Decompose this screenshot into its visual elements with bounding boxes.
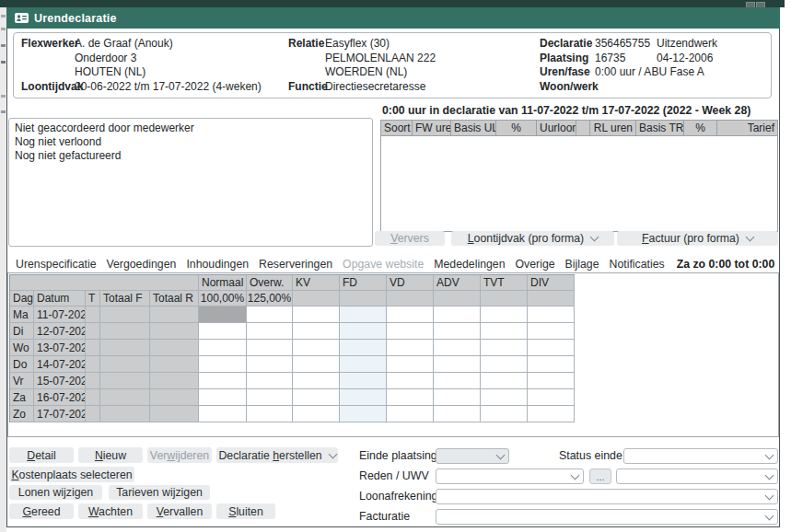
loonafrekening-select[interactable] (436, 489, 778, 504)
tab-inhoudingen[interactable]: Inhoudingen (186, 258, 249, 271)
hours-cell[interactable] (340, 306, 387, 323)
rates-table-body[interactable] (381, 136, 777, 231)
hours-cell[interactable] (434, 389, 481, 406)
hours-cell[interactable] (199, 323, 247, 340)
hours-cell[interactable] (199, 373, 247, 389)
hours-cell[interactable] (387, 340, 434, 356)
lonen-wijzigen-button[interactable]: Lonen wijzigen (9, 485, 102, 500)
hours-cell[interactable] (340, 389, 387, 406)
hours-cell[interactable] (247, 389, 293, 406)
hours-cell[interactable] (528, 323, 575, 340)
einde-plaatsing-select[interactable] (436, 448, 509, 464)
hours-cell[interactable] (528, 340, 575, 356)
tab-urenspecificatie[interactable]: Urenspecificatie (16, 258, 96, 271)
hours-cell[interactable] (387, 389, 434, 406)
declaratie-herstellen-button[interactable]: Declaratie herstellen (216, 447, 338, 463)
flexwerker-city: HOUTEN (NL) (75, 65, 145, 80)
hours-cell[interactable] (387, 373, 434, 389)
hours-cell[interactable] (247, 356, 293, 373)
hours-cell[interactable] (293, 406, 340, 422)
hours-cell[interactable] (199, 356, 247, 373)
hours-cell[interactable] (434, 323, 481, 340)
hours-cell[interactable] (247, 406, 293, 422)
nieuw-button[interactable]: Nieuw (78, 447, 143, 463)
hours-cell[interactable] (481, 306, 528, 323)
grid-header-fd: FD (340, 275, 387, 291)
hours-cell-selected[interactable] (199, 306, 247, 323)
grid-header-pct-125: 125,00% (247, 291, 293, 306)
grid-day: Zo (10, 406, 34, 422)
hours-cell[interactable] (199, 340, 247, 356)
hours-cell[interactable] (293, 356, 340, 373)
hours-cell[interactable] (340, 340, 387, 356)
hours-cell[interactable] (387, 356, 434, 373)
hours-cell[interactable] (387, 323, 434, 340)
chevron-down-icon (328, 449, 337, 458)
hours-cell[interactable] (247, 373, 293, 389)
grid-header-overw: Overw. (247, 275, 293, 291)
hours-cell[interactable] (481, 340, 528, 356)
flexwerker-label: Flexwerker (21, 37, 75, 52)
hours-cell[interactable] (481, 356, 528, 373)
hours-cell[interactable] (199, 389, 247, 406)
hours-cell[interactable] (247, 323, 293, 340)
factuur-pro-forma-button[interactable]: Factuur (pro forma) (617, 231, 778, 246)
hours-cell[interactable] (247, 306, 293, 323)
hours-cell[interactable] (247, 340, 293, 356)
hours-cell[interactable] (199, 406, 247, 422)
grid-header-normaal: Normaal (199, 275, 247, 291)
gereed-button[interactable]: Gereed (9, 503, 74, 519)
grid-day: Wo (10, 340, 34, 356)
hours-cell[interactable] (293, 323, 340, 340)
hours-cell[interactable] (434, 406, 481, 422)
col-fw-uren: FW uren (413, 121, 451, 135)
hours-cell[interactable] (293, 340, 340, 356)
hours-cell[interactable] (293, 373, 340, 389)
reden-select[interactable] (436, 468, 584, 484)
sluiten-button[interactable]: Sluiten (216, 503, 275, 519)
hours-cell[interactable] (528, 389, 575, 406)
tarieven-wijzigen-button[interactable]: Tarieven wijzigen (109, 485, 210, 500)
hours-cell[interactable] (528, 356, 575, 373)
weekend-hours-summary: Za zo 0:00 tot 0:00 (677, 258, 775, 271)
status-einde-select[interactable] (623, 448, 778, 464)
detail-button[interactable]: Detail (9, 447, 74, 463)
reden-more-button[interactable]: ... (589, 468, 611, 484)
hours-cell[interactable] (340, 356, 387, 373)
tab-overige[interactable]: Overige (516, 258, 555, 271)
hours-cell[interactable] (434, 356, 481, 373)
hours-cell[interactable] (434, 373, 481, 389)
hours-cell[interactable] (387, 406, 434, 422)
tab-bar: Urenspecificatie Vergoedingen Inhoudinge… (16, 258, 774, 271)
hours-cell[interactable] (481, 389, 528, 406)
vervallen-button[interactable]: Vervallen (147, 503, 212, 519)
hours-cell[interactable] (528, 306, 575, 323)
hours-cell[interactable] (293, 389, 340, 406)
hours-cell[interactable] (387, 306, 434, 323)
wachten-button[interactable]: Wachten (78, 503, 143, 519)
declaratie-number: 356465755 (595, 37, 657, 52)
hours-cell[interactable] (434, 340, 481, 356)
window-titlebar[interactable]: Urendeclaratie (6, 7, 780, 29)
hours-cell[interactable] (481, 373, 528, 389)
uwv-select[interactable] (616, 468, 778, 484)
tab-bijlage[interactable]: Bijlage (565, 258, 599, 271)
loontijdvak-pro-forma-button[interactable]: Loontijdvak (pro forma) (451, 231, 614, 246)
hours-cell[interactable] (481, 406, 528, 422)
kostenplaats-selecteren-button[interactable]: Kostenplaats selecteren (9, 467, 134, 482)
hours-cell[interactable] (528, 406, 575, 422)
hours-cell[interactable] (293, 306, 340, 323)
tab-vergoedingen[interactable]: Vergoedingen (106, 258, 176, 271)
hours-cell[interactable] (528, 373, 575, 389)
hours-cell[interactable] (340, 373, 387, 389)
hours-cell[interactable] (434, 306, 481, 323)
hours-cell[interactable] (340, 406, 387, 422)
grid-date: 16-07-2022 (34, 389, 86, 406)
tab-reserveringen[interactable]: Reserveringen (259, 258, 332, 271)
hours-cell[interactable] (481, 323, 528, 340)
grid-header-blank (10, 275, 199, 291)
tab-notificaties[interactable]: Notificaties (610, 258, 665, 271)
tab-mededelingen[interactable]: Mededelingen (434, 258, 505, 271)
facturatie-select[interactable] (436, 509, 778, 525)
hours-cell[interactable] (340, 323, 387, 340)
